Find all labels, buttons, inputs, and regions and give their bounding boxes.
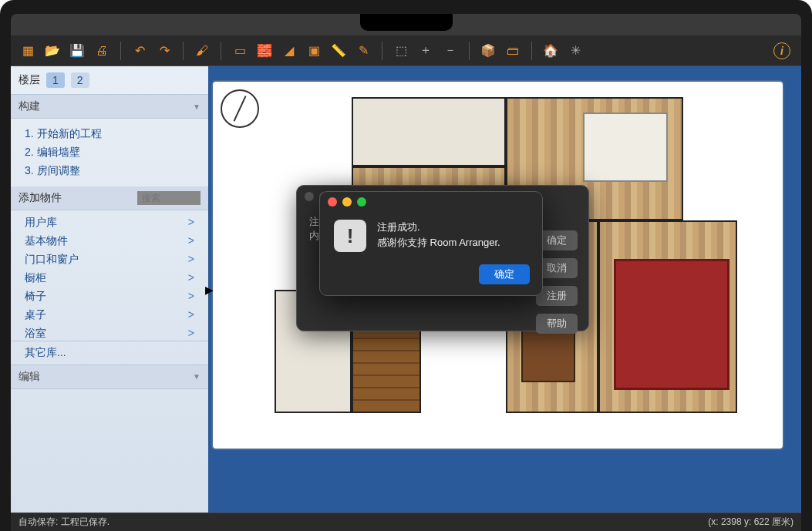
category-chairs[interactable]: 椅子> xyxy=(25,287,194,306)
3d-view-icon[interactable]: 🏠 xyxy=(540,40,561,62)
bg-help-button[interactable]: 帮助 xyxy=(536,314,578,334)
sidebar-expand-handle[interactable]: ▶ xyxy=(205,284,214,296)
floor-1-button[interactable]: 1 xyxy=(46,72,65,88)
toolbar-separator xyxy=(531,42,532,60)
open-icon[interactable]: 📂 xyxy=(42,40,63,62)
add-header-label: 添加物件 xyxy=(19,191,62,205)
print-icon[interactable]: 🖨 xyxy=(91,40,113,62)
exclamation-icon: ! xyxy=(334,220,366,252)
category-doors-windows[interactable]: 门口和窗户> xyxy=(25,250,194,269)
pencil-icon[interactable]: ✎ xyxy=(352,40,374,62)
floor-selector: 楼层 1 2 xyxy=(11,66,208,94)
build-header-label: 构建 xyxy=(19,99,40,113)
toolbar-separator xyxy=(221,42,221,60)
cube-icon[interactable]: ▣ xyxy=(303,40,325,62)
other-libraries[interactable]: 其它库... xyxy=(11,341,208,365)
compass-icon xyxy=(221,89,259,128)
category-cabinets[interactable]: 橱柜> xyxy=(25,269,194,287)
build-section-header[interactable]: 构建 ▼ xyxy=(11,94,208,119)
save-icon[interactable]: 💾 xyxy=(66,40,88,62)
chevron-down-icon: ▼ xyxy=(193,372,200,381)
floor-label: 楼层 xyxy=(19,73,40,87)
build-item-room-adjust[interactable]: 3. 房间调整 xyxy=(25,162,194,180)
sidebar: 楼层 1 2 构建 ▼ 1. 开始新的工程 2. 编辑墙壁 3. 房间调整 添加… xyxy=(11,66,208,513)
minimize-icon[interactable] xyxy=(342,197,352,207)
build-item-edit-walls[interactable]: 2. 编辑墙壁 xyxy=(25,143,194,162)
undo-icon[interactable]: ↶ xyxy=(129,40,150,62)
maximize-icon[interactable] xyxy=(357,197,366,207)
add-objects-header: 添加物件 xyxy=(11,187,208,210)
zoom-out-icon[interactable]: － xyxy=(440,40,461,62)
close-icon[interactable] xyxy=(328,197,337,207)
gear-icon[interactable]: ✳ xyxy=(564,40,586,62)
dialog-line-2: 感谢你支持 Room Arranger. xyxy=(377,235,500,250)
toolbar-separator xyxy=(183,42,184,60)
bricks-icon[interactable]: 🧱 xyxy=(254,40,275,62)
status-bar: 自动保存: 工程已保存. (x: 2398 y: 622 厘米) xyxy=(11,513,801,531)
ok-button[interactable]: 确定 xyxy=(479,264,530,284)
build-item-new-project[interactable]: 1. 开始新的工程 xyxy=(25,125,194,143)
toolbar-separator xyxy=(120,42,121,60)
category-user-lib[interactable]: 用户库> xyxy=(25,213,194,232)
zoom-in-icon[interactable]: ＋ xyxy=(415,40,436,62)
category-basic[interactable]: 基本物件> xyxy=(25,232,194,250)
main-toolbar: ▦ 📂 💾 🖨 ↶ ↷ 🖌 ▭ 🧱 ◢ ▣ 📏 ✎ ⬚ ＋ － 📦 🗃 🏠 ✳ … xyxy=(11,35,801,66)
dialog-line-1: 注册成功. xyxy=(377,220,500,235)
select-icon[interactable]: ⬚ xyxy=(390,40,412,62)
grid-icon[interactable]: ▦ xyxy=(17,40,39,62)
box-icon[interactable]: 📦 xyxy=(477,40,499,62)
chevron-down-icon: ▼ xyxy=(193,103,200,111)
category-list: 用户库> 基本物件> 门口和窗户> 橱柜> 椅子> 桌子> 浴室> 卧室> 厨房… xyxy=(11,210,208,341)
redo-icon[interactable]: ↷ xyxy=(153,40,175,62)
status-left: 自动保存: 工程已保存. xyxy=(19,516,110,529)
status-coordinates: (x: 2398 y: 622 厘米) xyxy=(708,516,793,529)
edit-header-label: 编辑 xyxy=(19,370,40,384)
package-icon[interactable]: 🗃 xyxy=(502,40,524,62)
toolbar-separator xyxy=(382,42,382,60)
info-icon[interactable]: i xyxy=(773,42,790,59)
category-tables[interactable]: 桌子> xyxy=(25,306,194,324)
measure-icon[interactable]: 📏 xyxy=(328,40,349,62)
edit-section-header[interactable]: 编辑 ▼ xyxy=(11,365,208,389)
toolbar-separator xyxy=(469,42,470,60)
close-icon[interactable] xyxy=(305,192,314,201)
corner-icon[interactable]: ◢ xyxy=(278,40,300,62)
category-bathroom[interactable]: 浴室> xyxy=(25,324,194,341)
wall-icon[interactable]: ▭ xyxy=(229,40,251,62)
brush-icon[interactable]: 🖌 xyxy=(191,40,213,62)
floor-2-button[interactable]: 2 xyxy=(71,72,89,88)
success-dialog: ! 注册成功. 感谢你支持 Room Arranger. 确定 xyxy=(319,191,543,296)
search-input[interactable] xyxy=(137,191,200,205)
